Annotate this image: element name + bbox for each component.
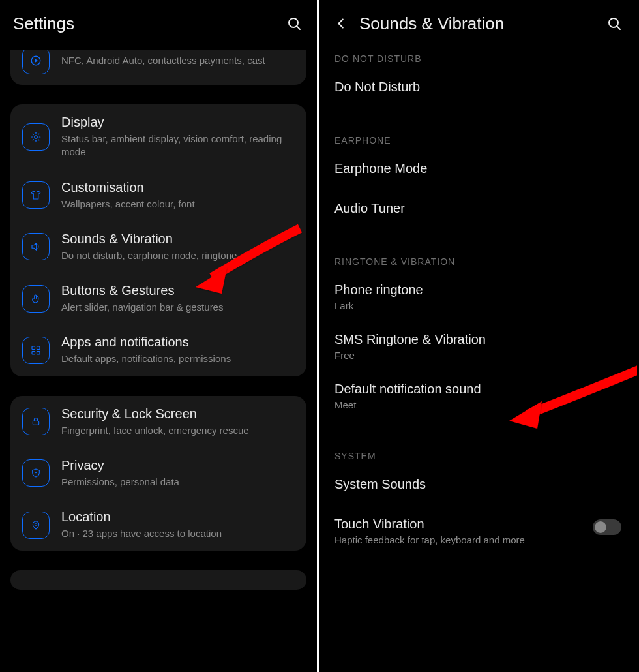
item-title: Do Not Disturb bbox=[334, 80, 621, 95]
row-title: Display bbox=[61, 115, 295, 130]
item-title: Default notification sound bbox=[334, 382, 621, 397]
gesture-icon bbox=[22, 285, 50, 313]
sounds-header: Sounds & Vibration bbox=[319, 0, 637, 47]
row-title: Apps and notifications bbox=[61, 335, 295, 350]
settings-row-privacy[interactable]: Privacy Permissions, personal data bbox=[10, 448, 306, 499]
item-title: Audio Tuner bbox=[334, 201, 621, 216]
row-subtitle: Fingerprint, face unlock, emergency resc… bbox=[61, 424, 295, 437]
row-subtitle: Alert slider, navigation bar & gestures bbox=[61, 301, 295, 314]
row-subtitle: Wallpapers, accent colour, font bbox=[61, 198, 295, 211]
settings-panel: Settings NFC, Android Auto, contactless … bbox=[0, 0, 319, 672]
apps-icon bbox=[22, 337, 50, 364]
svg-point-4 bbox=[35, 136, 38, 139]
svg-rect-17 bbox=[33, 421, 38, 425]
settings-header: Settings bbox=[0, 0, 317, 47]
search-icon bbox=[606, 16, 622, 31]
chevron-left-icon bbox=[334, 16, 348, 31]
row-subtitle: Permissions, personal data bbox=[61, 476, 295, 489]
section-header-earphone: Earphone bbox=[319, 105, 637, 151]
item-subtitle: Meet bbox=[334, 399, 621, 410]
settings-row-display[interactable]: Display Status bar, ambient display, vis… bbox=[10, 104, 306, 170]
item-system-sounds[interactable]: System Sounds bbox=[319, 466, 637, 502]
svg-line-10 bbox=[38, 140, 39, 140]
location-icon bbox=[22, 512, 50, 539]
settings-card-device: Display Status bar, ambient display, vis… bbox=[10, 104, 306, 376]
row-title: Security & Lock Screen bbox=[61, 406, 295, 421]
shirt-icon bbox=[22, 181, 50, 209]
settings-card-connected: NFC, Android Auto, contactless payments,… bbox=[10, 50, 306, 85]
shield-icon bbox=[22, 459, 50, 487]
search-button[interactable] bbox=[284, 14, 304, 33]
row-subtitle: Status bar, ambient display, vision comf… bbox=[61, 132, 295, 159]
section-header-dnd: Do Not Disturb bbox=[319, 47, 637, 69]
section-header-system: System bbox=[319, 421, 637, 466]
play-icon bbox=[22, 50, 50, 74]
row-title: Customisation bbox=[61, 180, 295, 195]
svg-rect-13 bbox=[32, 346, 35, 350]
sounds-vibration-panel: Sounds & Vibration Do Not Disturb Do Not… bbox=[319, 0, 637, 672]
item-subtitle: Lark bbox=[334, 300, 621, 311]
item-subtitle: Haptic feedback for tap, keyboard and mo… bbox=[334, 534, 593, 545]
svg-point-19 bbox=[35, 523, 37, 525]
settings-row-location[interactable]: Location On · 23 apps have access to loc… bbox=[10, 499, 306, 551]
item-title: Touch Vibration bbox=[334, 517, 593, 532]
search-button[interactable] bbox=[604, 14, 624, 33]
svg-marker-3 bbox=[35, 59, 38, 63]
svg-line-22 bbox=[617, 27, 621, 30]
back-button[interactable] bbox=[332, 14, 350, 33]
item-do-not-disturb[interactable]: Do Not Disturb bbox=[319, 69, 637, 105]
svg-line-9 bbox=[33, 134, 33, 134]
brightness-icon bbox=[22, 123, 50, 151]
svg-rect-16 bbox=[37, 351, 40, 354]
settings-card-privacy: Security & Lock Screen Fingerprint, face… bbox=[10, 396, 306, 551]
svg-rect-15 bbox=[32, 351, 35, 354]
row-subtitle: On · 23 apps have access to location bbox=[61, 527, 295, 540]
settings-row-security[interactable]: Security & Lock Screen Fingerprint, face… bbox=[10, 396, 306, 448]
row-subtitle: NFC, Android Auto, contactless payments,… bbox=[61, 54, 295, 67]
settings-card-next bbox=[10, 570, 306, 590]
item-title: Phone ringtone bbox=[334, 283, 621, 298]
row-title: Location bbox=[61, 510, 295, 525]
row-title: Buttons & Gestures bbox=[61, 283, 295, 298]
settings-row-buttons-gestures[interactable]: Buttons & Gestures Alert slider, navigat… bbox=[10, 273, 306, 324]
item-audio-tuner[interactable]: Audio Tuner bbox=[319, 187, 637, 226]
settings-row-apps-notifications[interactable]: Apps and notifications Default apps, not… bbox=[10, 324, 306, 376]
section-header-ringtone: Ringtone & Vibration bbox=[319, 226, 637, 272]
item-title: SMS Ringtone & Vibration bbox=[334, 332, 621, 347]
svg-line-12 bbox=[38, 134, 39, 134]
row-title: Sounds & Vibration bbox=[61, 232, 295, 247]
item-sms-ringtone-vibration[interactable]: SMS Ringtone & Vibration Free bbox=[319, 322, 637, 371]
svg-rect-14 bbox=[37, 346, 40, 350]
item-touch-vibration[interactable]: Touch Vibration Haptic feedback for tap,… bbox=[319, 502, 637, 556]
touch-vibration-toggle[interactable] bbox=[593, 519, 621, 535]
svg-point-18 bbox=[35, 472, 37, 474]
item-phone-ringtone[interactable]: Phone ringtone Lark bbox=[319, 272, 637, 322]
lock-icon bbox=[22, 408, 50, 435]
row-subtitle: Do not disturb, earphone mode, ringtone bbox=[61, 249, 295, 262]
settings-row-sounds-vibration[interactable]: Sounds & Vibration Do not disturb, earph… bbox=[10, 221, 306, 273]
search-icon bbox=[286, 16, 302, 31]
svg-line-1 bbox=[297, 27, 301, 30]
settings-row-customisation[interactable]: Customisation Wallpapers, accent colour,… bbox=[10, 170, 306, 221]
item-subtitle: Free bbox=[334, 350, 621, 361]
speaker-icon bbox=[22, 233, 50, 260]
page-title: Settings bbox=[13, 14, 74, 34]
settings-row-connected-devices[interactable]: NFC, Android Auto, contactless payments,… bbox=[10, 50, 306, 85]
svg-line-11 bbox=[33, 140, 33, 140]
item-title: System Sounds bbox=[334, 477, 621, 492]
row-title: Privacy bbox=[61, 458, 295, 473]
item-earphone-mode[interactable]: Earphone Mode bbox=[319, 151, 637, 187]
row-subtitle: Default apps, notifications, permissions bbox=[61, 352, 295, 365]
item-title: Earphone Mode bbox=[334, 161, 621, 176]
item-default-notification-sound[interactable]: Default notification sound Meet bbox=[319, 371, 637, 421]
page-title: Sounds & Vibration bbox=[359, 14, 504, 34]
